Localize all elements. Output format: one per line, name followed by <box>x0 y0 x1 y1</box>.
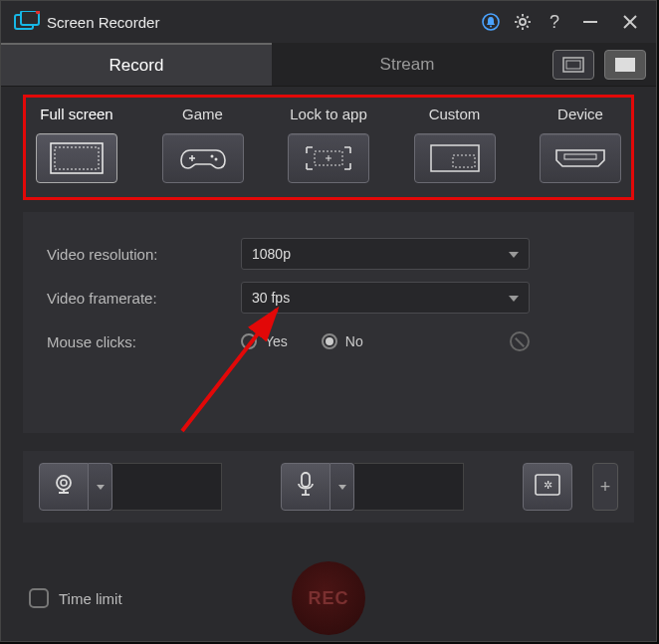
svg-point-32 <box>57 476 71 490</box>
webcam-readout <box>112 463 222 511</box>
resolution-value: 1080p <box>252 246 291 262</box>
svg-line-10 <box>517 16 519 18</box>
framerate-value: 30 fps <box>252 290 290 306</box>
disabled-icon <box>510 331 530 351</box>
tab-record[interactable]: Record <box>1 43 272 86</box>
svg-rect-34 <box>302 473 310 487</box>
record-button[interactable]: REC <box>292 561 365 635</box>
app-title: Screen Recorder <box>47 14 159 31</box>
notification-bell-icon[interactable] <box>477 8 505 36</box>
record-label: REC <box>308 588 348 609</box>
add-overlay-button[interactable]: + <box>592 463 618 511</box>
mouseclicks-label: Mouse clicks: <box>47 333 241 350</box>
svg-point-24 <box>214 158 217 161</box>
svg-rect-18 <box>615 58 635 72</box>
framerate-dropdown[interactable]: 30 fps <box>241 282 530 314</box>
svg-point-5 <box>520 19 526 25</box>
timelimit-label: Time limit <box>59 590 122 607</box>
svg-text:✲: ✲ <box>544 479 552 491</box>
radio-circle-icon <box>322 333 337 349</box>
microphone-dropdown[interactable] <box>330 463 354 511</box>
primary-monitor-icon[interactable] <box>552 50 594 80</box>
svg-rect-29 <box>453 155 475 167</box>
gamepad-icon <box>162 133 244 183</box>
device-hdmi-icon <box>540 133 621 183</box>
recording-settings: Video resolution: 1080p Video framerate:… <box>23 212 634 433</box>
mouseclicks-no-radio[interactable]: No <box>322 333 363 349</box>
webcam-dropdown[interactable] <box>89 463 112 511</box>
overlay-icon: ✲ <box>535 474 560 500</box>
mode-custom[interactable]: Custom <box>414 106 496 183</box>
app-logo-icon <box>13 8 41 36</box>
app-window: Screen Recorder ? Record Stream <box>0 0 657 642</box>
mic-group <box>281 463 464 511</box>
svg-point-23 <box>210 155 213 158</box>
svg-point-33 <box>61 480 67 486</box>
content-area: Full screen Game Lock to app <box>1 87 656 523</box>
lock-to-app-icon <box>288 133 369 183</box>
svg-point-4 <box>490 26 492 28</box>
mode-label: Device <box>557 106 603 127</box>
custom-region-icon <box>414 133 496 183</box>
capture-mode-group: Full screen Game Lock to app <box>23 95 634 200</box>
svg-rect-20 <box>55 147 99 169</box>
svg-rect-17 <box>566 61 580 69</box>
webcam-icon <box>52 473 76 501</box>
settings-gear-icon[interactable] <box>509 8 537 36</box>
svg-rect-30 <box>564 154 596 159</box>
row-resolution: Video resolution: 1080p <box>47 232 610 276</box>
resolution-label: Video resolution: <box>47 246 241 263</box>
timelimit-checkbox[interactable] <box>29 588 49 608</box>
help-icon[interactable]: ? <box>541 8 568 36</box>
radio-label: Yes <box>265 333 288 349</box>
main-tabs: Record Stream <box>1 43 656 87</box>
radio-circle-icon <box>241 333 257 349</box>
microphone-readout <box>354 463 464 511</box>
microphone-icon <box>296 472 316 502</box>
mode-label: Game <box>182 106 223 127</box>
mode-label: Full screen <box>40 106 112 127</box>
mode-label: Lock to app <box>290 106 367 127</box>
footer: Time limit REC <box>1 555 656 641</box>
display-select <box>543 43 656 86</box>
mode-game[interactable]: Game <box>162 106 244 183</box>
minimize-button[interactable] <box>572 8 608 36</box>
overlay-button[interactable]: ✲ <box>523 463 572 511</box>
full-screen-icon <box>36 133 117 183</box>
microphone-button[interactable] <box>281 463 330 511</box>
secondary-monitor-icon[interactable] <box>604 50 646 80</box>
webcam-group <box>39 463 222 511</box>
mode-lock-to-app[interactable]: Lock to app <box>288 106 369 183</box>
close-button[interactable] <box>612 8 648 36</box>
io-bar: ✲ + <box>23 451 634 523</box>
svg-line-12 <box>517 26 519 28</box>
tab-stream[interactable]: Stream <box>272 43 543 86</box>
framerate-label: Video framerate: <box>47 290 241 307</box>
resolution-dropdown[interactable]: 1080p <box>241 238 530 270</box>
mode-label: Custom <box>429 106 481 127</box>
radio-label: No <box>345 333 363 349</box>
webcam-button[interactable] <box>39 463 89 511</box>
mode-full-screen[interactable]: Full screen <box>36 106 117 183</box>
row-mouseclicks: Mouse clicks: Yes No <box>47 320 610 363</box>
row-framerate: Video framerate: 30 fps <box>47 276 610 320</box>
titlebar: Screen Recorder ? <box>1 1 656 43</box>
mode-device[interactable]: Device <box>540 106 621 183</box>
svg-line-11 <box>527 26 529 28</box>
mouseclicks-yes-radio[interactable]: Yes <box>241 333 288 349</box>
svg-line-13 <box>527 16 529 18</box>
